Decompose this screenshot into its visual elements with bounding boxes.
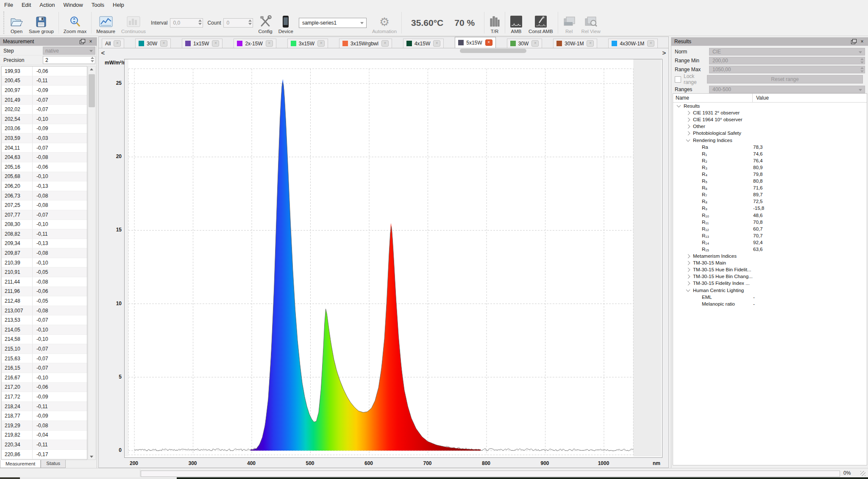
count-spin-arrows[interactable] xyxy=(248,19,252,25)
table-row[interactable]: 219,82-0,04 xyxy=(2,431,87,440)
float-panel-icon[interactable] xyxy=(79,39,85,44)
tab-scroll-right-icon[interactable]: > xyxy=(661,49,668,56)
norm-select[interactable]: CIE xyxy=(709,48,865,56)
tab-close-icon[interactable]: × xyxy=(266,40,273,47)
rel-button[interactable]: Rel xyxy=(560,10,579,36)
panel-tab-measurement[interactable]: Measurement xyxy=(0,460,41,468)
table-row[interactable]: 204,11-0,07 xyxy=(2,143,87,153)
expand-icon[interactable] xyxy=(686,267,690,272)
series-tab-4x15w[interactable]: 4x15W× xyxy=(403,39,444,48)
tab-close-icon[interactable]: × xyxy=(317,40,325,47)
count-input[interactable]: 0 xyxy=(223,18,253,28)
tree-row[interactable]: R₄79,8 xyxy=(673,171,867,178)
table-row[interactable]: 220,86-0,17 xyxy=(2,450,87,460)
series-tab-30w-1m[interactable]: 30W-1M× xyxy=(553,39,597,48)
open-button[interactable]: Open xyxy=(7,10,26,36)
series-tab-all[interactable]: All× xyxy=(102,39,124,48)
tree-row[interactable]: R₁₃70,7 xyxy=(673,232,867,239)
expand-icon[interactable] xyxy=(686,274,690,278)
tree-row[interactable]: Human Centric Lighting xyxy=(673,287,867,294)
range-max-input[interactable]: 1050,00 xyxy=(709,66,865,73)
tree-row[interactable]: R₂76,4 xyxy=(673,157,867,164)
panel-tab-status[interactable]: Status xyxy=(41,460,66,468)
spectrum-chart-canvas[interactable] xyxy=(124,59,662,458)
table-row[interactable]: 215,10-0,07 xyxy=(2,344,87,354)
tree-row[interactable]: TM-30-15 Fidelity Index ... xyxy=(673,280,867,287)
tree-row[interactable]: CIE 1964 10° observer xyxy=(673,116,867,123)
menu-action[interactable]: Action xyxy=(35,0,59,9)
tree-row[interactable]: Metamerism Indices xyxy=(673,253,867,259)
ranges-select[interactable]: 400-500 xyxy=(709,86,865,93)
tree-row[interactable]: R₁74,6 xyxy=(673,150,867,157)
tree-row[interactable]: R₁₅63,6 xyxy=(673,246,867,253)
tree-row[interactable]: R₉-15,8 xyxy=(673,205,867,212)
table-row[interactable]: 216,67-0,10 xyxy=(2,373,87,383)
table-row[interactable]: 215,63-0,07 xyxy=(2,354,87,364)
tab-close-icon[interactable]: × xyxy=(160,40,167,47)
float-panel-icon[interactable] xyxy=(851,39,857,44)
amb-button[interactable]: AMB xyxy=(507,10,526,36)
table-row[interactable]: 218,77-0,09 xyxy=(2,411,87,421)
tab-scroll-left-icon[interactable]: < xyxy=(100,49,106,56)
table-row[interactable]: 220,34-0,11 xyxy=(2,440,87,450)
series-tab-3x15w[interactable]: 3x15W× xyxy=(287,39,328,48)
expand-icon[interactable] xyxy=(686,124,690,128)
menu-tools[interactable]: Tools xyxy=(87,0,108,9)
table-row[interactable]: 217,72-0,09 xyxy=(2,392,87,402)
expand-icon[interactable] xyxy=(686,111,690,115)
tab-close-icon[interactable]: × xyxy=(485,39,492,46)
table-row[interactable]: 204,63-0,08 xyxy=(2,153,87,162)
table-row[interactable]: 214,58-0,10 xyxy=(2,335,87,345)
tab-close-icon[interactable]: × xyxy=(647,40,654,47)
interval-spin-arrows[interactable] xyxy=(198,19,202,25)
table-row[interactable]: 207,25-0,08 xyxy=(2,201,87,210)
tree-row[interactable]: Results xyxy=(673,103,867,109)
range-min-spin-arrows[interactable] xyxy=(860,58,864,64)
table-row[interactable]: 200,97-0,09 xyxy=(2,86,87,95)
series-tab-30w[interactable]: 30W× xyxy=(135,39,171,48)
menu-window[interactable]: Window xyxy=(59,0,87,9)
automation-button[interactable]: ⚙ Automation xyxy=(369,10,400,36)
measurement-table[interactable]: 199,93-0,06200,45-0,11200,97-0,09201,49-… xyxy=(1,66,87,460)
series-tab-2x-15w[interactable]: 2x-15W× xyxy=(234,39,276,48)
tree-row[interactable]: R₈72,5 xyxy=(673,198,867,205)
tab-close-icon[interactable]: × xyxy=(381,40,389,47)
table-row[interactable]: 213,53-0,07 xyxy=(2,315,87,325)
table-row[interactable]: 211,44-0,08 xyxy=(2,277,87,287)
table-row[interactable]: 206,20-0,13 xyxy=(2,181,87,191)
table-row[interactable]: 214,05-0,10 xyxy=(2,325,87,335)
toolbar-drag-handle[interactable] xyxy=(3,11,6,34)
tree-row[interactable]: TM-30-15 Main xyxy=(673,259,867,266)
tab-scrollbar-thumb[interactable] xyxy=(460,49,526,53)
continuous-button[interactable]: Continuous xyxy=(118,10,149,36)
table-row[interactable]: 209,87-0,08 xyxy=(2,248,87,258)
expand-icon[interactable] xyxy=(686,261,690,265)
tree-row[interactable]: R₁₂60,7 xyxy=(673,226,867,232)
table-row[interactable]: 200,45-0,11 xyxy=(2,76,87,86)
tree-row[interactable]: EML- xyxy=(673,294,867,301)
const-amb-button[interactable]: Const AMB xyxy=(526,10,556,36)
save-group-button[interactable]: Save group xyxy=(26,10,57,36)
tree-row[interactable]: Photobiological Safety xyxy=(673,130,867,136)
collapse-icon[interactable] xyxy=(686,287,690,292)
scroll-up-icon[interactable] xyxy=(90,68,93,70)
range-min-input[interactable]: 200,00 xyxy=(709,57,865,64)
tree-row[interactable]: Rendering Indices xyxy=(673,136,867,143)
lock-range-checkbox[interactable] xyxy=(675,76,681,83)
menu-edit[interactable]: Edit xyxy=(17,0,35,9)
table-row[interactable]: 201,49-0,07 xyxy=(2,95,87,105)
tree-row[interactable]: R₁₀48,6 xyxy=(673,212,867,219)
config-button[interactable]: Config xyxy=(255,10,275,36)
expand-icon[interactable] xyxy=(686,131,690,135)
series-select[interactable]: sample-series1 xyxy=(299,18,367,28)
tree-row[interactable]: R₃80,9 xyxy=(673,164,867,171)
series-tab-4x30w-1m[interactable]: 4x30W-1M× xyxy=(608,39,658,48)
table-row[interactable]: 203,06-0,09 xyxy=(2,124,87,134)
precision-spin-arrows[interactable] xyxy=(91,57,94,62)
tab-close-icon[interactable]: × xyxy=(587,40,594,47)
table-row[interactable]: 209,34-0,13 xyxy=(2,239,87,249)
range-max-spin-arrows[interactable] xyxy=(860,67,864,72)
table-row[interactable]: 219,29-0,08 xyxy=(2,421,87,431)
table-row[interactable]: 205,16-0,06 xyxy=(2,162,87,172)
interval-input[interactable]: 0,0 xyxy=(170,18,203,28)
